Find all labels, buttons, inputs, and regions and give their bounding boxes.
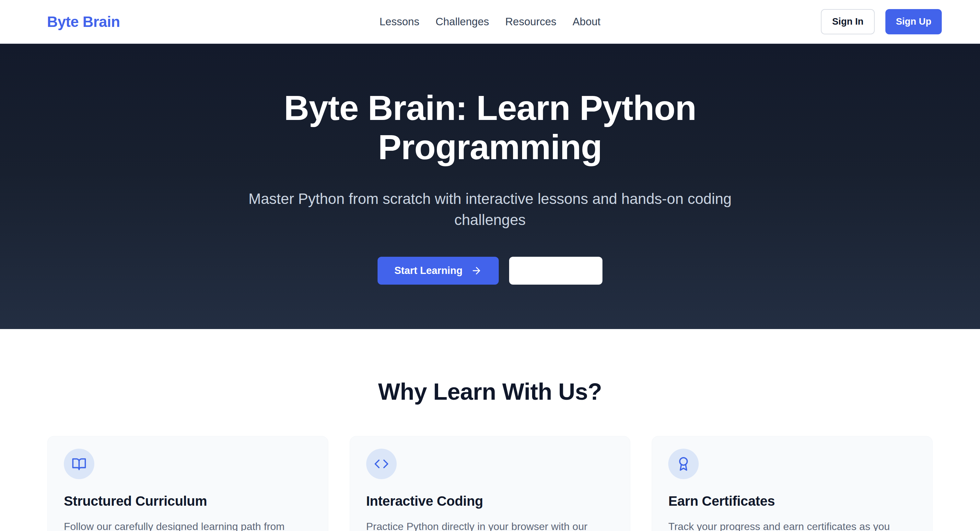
feature-card-title: Interactive Coding xyxy=(366,493,614,509)
start-learning-label: Start Learning xyxy=(395,265,463,276)
top-navbar: Byte Brain Lessons Challenges Resources … xyxy=(0,0,980,44)
start-learning-button[interactable]: Start Learning xyxy=(377,257,499,285)
code-icon xyxy=(366,449,397,479)
auth-buttons: Sign In Sign Up xyxy=(821,9,942,34)
feature-card-description: Follow our carefully designed learning p… xyxy=(64,519,312,531)
hero-cta-row: Start Learning xyxy=(377,257,603,285)
feature-card-interactive-coding: Interactive Coding Practice Python direc… xyxy=(350,436,631,531)
brand-logo[interactable]: Byte Brain xyxy=(47,13,120,30)
hero-title: Byte Brain: Learn Python Programming xyxy=(211,88,769,167)
award-icon xyxy=(668,449,699,479)
feature-card-title: Earn Certificates xyxy=(668,493,916,509)
sign-up-button[interactable]: Sign Up xyxy=(885,9,942,34)
secondary-cta-button[interactable] xyxy=(509,257,603,285)
features-heading: Why Learn With Us? xyxy=(0,378,980,405)
sign-in-button[interactable]: Sign In xyxy=(821,9,875,34)
feature-card-earn-certificates: Earn Certificates Track your progress an… xyxy=(652,436,933,531)
main-nav: Lessons Challenges Resources About xyxy=(380,16,600,28)
arrow-right-icon xyxy=(471,265,482,276)
hero-subtitle: Master Python from scratch with interact… xyxy=(237,188,743,231)
feature-card-structured-curriculum: Structured Curriculum Follow our careful… xyxy=(47,436,328,531)
feature-card-description: Track your progress and earn certificate… xyxy=(668,519,916,531)
nav-item-lessons[interactable]: Lessons xyxy=(380,16,419,28)
nav-item-challenges[interactable]: Challenges xyxy=(436,16,489,28)
nav-item-about[interactable]: About xyxy=(573,16,600,28)
feature-card-title: Structured Curriculum xyxy=(64,493,312,509)
features-section: Why Learn With Us? Structured Curriculum… xyxy=(0,329,980,531)
book-open-icon xyxy=(64,449,94,479)
hero-section: Byte Brain: Learn Python Programming Mas… xyxy=(0,44,980,329)
nav-item-resources[interactable]: Resources xyxy=(505,16,557,28)
feature-cards: Structured Curriculum Follow our careful… xyxy=(47,436,933,531)
feature-card-description: Practice Python directly in your browser… xyxy=(366,519,614,531)
